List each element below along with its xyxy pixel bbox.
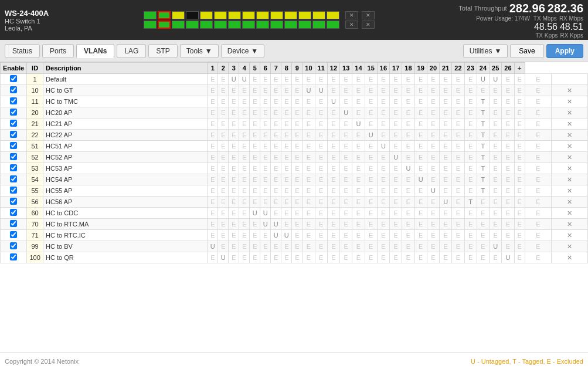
port-5-cell[interactable]: E xyxy=(250,252,260,263)
port-12-cell[interactable]: E xyxy=(327,141,339,152)
port-14-cell[interactable]: E xyxy=(352,85,365,96)
port-28-cell[interactable]: E xyxy=(525,174,552,185)
apply-button[interactable]: Apply xyxy=(546,44,583,58)
enable-cell[interactable] xyxy=(1,107,27,119)
enable-cell[interactable] xyxy=(1,141,27,152)
port-26-cell[interactable]: E xyxy=(502,107,514,119)
port-9-cell[interactable]: E xyxy=(292,241,303,252)
port-10-cell[interactable]: E xyxy=(303,152,315,163)
port-17-cell[interactable]: E xyxy=(390,85,402,96)
port-5-cell[interactable]: E xyxy=(250,141,260,152)
delete-vlan-button[interactable]: ✕ xyxy=(566,143,573,150)
port-14-cell[interactable]: E xyxy=(352,197,365,208)
port-16-cell[interactable]: E xyxy=(377,174,389,185)
port-16-cell[interactable]: E xyxy=(377,252,389,263)
port-20-cell[interactable]: E xyxy=(427,130,439,141)
port-2-cell[interactable]: E xyxy=(218,230,229,241)
port-6-cell[interactable]: E xyxy=(260,163,271,174)
port-28-cell[interactable]: E xyxy=(525,152,552,163)
port-28-cell[interactable]: E xyxy=(525,74,552,85)
port-18-cell[interactable]: E xyxy=(402,241,414,252)
port-6-cell[interactable]: E xyxy=(260,74,271,85)
port-24-cell[interactable]: T xyxy=(477,119,489,130)
port-27-cell[interactable]: E xyxy=(514,119,525,130)
delete-vlan-button[interactable]: ✕ xyxy=(566,98,573,106)
port-3-cell[interactable]: E xyxy=(229,174,239,185)
enable-checkbox[interactable] xyxy=(10,131,17,138)
port-8-cell[interactable]: E xyxy=(281,130,292,141)
port-21-cell[interactable]: E xyxy=(440,230,452,241)
delete-cell[interactable]: ✕ xyxy=(552,141,588,152)
delete-vlan-button[interactable]: ✕ xyxy=(566,120,573,128)
port-15-cell[interactable]: E xyxy=(365,74,377,85)
port-7-bot[interactable] xyxy=(228,21,241,29)
port-5-cell[interactable]: E xyxy=(250,230,260,241)
port-1-cell[interactable]: E xyxy=(208,96,218,107)
port-19-cell[interactable]: E xyxy=(414,130,427,141)
port-17-cell[interactable]: E xyxy=(390,141,402,152)
port-10-cell[interactable]: E xyxy=(303,208,315,219)
port-12-cell[interactable]: E xyxy=(327,85,339,96)
port-26-cell[interactable]: E xyxy=(502,219,514,230)
port-12-cell[interactable]: E xyxy=(327,152,339,163)
port-1-top[interactable] xyxy=(144,11,157,19)
port-3-cell[interactable]: E xyxy=(229,197,239,208)
port-10-cell[interactable]: E xyxy=(303,219,315,230)
tab-ports[interactable]: Ports xyxy=(42,44,74,58)
port-6-cell[interactable]: E xyxy=(260,152,271,163)
enable-checkbox[interactable] xyxy=(10,253,17,260)
port-22-cell[interactable]: E xyxy=(452,185,464,197)
delete-vlan-button[interactable]: ✕ xyxy=(566,131,573,139)
port-20-cell[interactable]: E xyxy=(427,197,439,208)
port-26-cell[interactable]: E xyxy=(502,141,514,152)
port-11-cell[interactable]: E xyxy=(315,219,327,230)
tab-device[interactable]: Device ▼ xyxy=(221,44,265,58)
sfp-3[interactable]: ✕ xyxy=(362,11,375,19)
port-4-cell[interactable]: E xyxy=(239,174,250,185)
port-11-cell[interactable]: E xyxy=(315,197,327,208)
enable-checkbox[interactable] xyxy=(10,109,17,116)
port-7-cell[interactable]: E xyxy=(271,85,281,96)
port-20-cell[interactable]: E xyxy=(427,152,439,163)
port-5-cell[interactable]: E xyxy=(250,152,260,163)
port-27-cell[interactable]: E xyxy=(514,107,525,119)
port-26-cell[interactable]: E xyxy=(502,174,514,185)
enable-cell[interactable] xyxy=(1,230,27,241)
port-25-cell[interactable]: E xyxy=(490,230,502,241)
port-25-cell[interactable]: U xyxy=(490,74,502,85)
port-13-top[interactable] xyxy=(312,11,325,19)
port-10-bot[interactable] xyxy=(270,21,283,29)
port-15-cell[interactable]: E xyxy=(365,174,377,185)
port-4-cell[interactable]: E xyxy=(239,208,250,219)
port-20-cell[interactable]: E xyxy=(427,174,439,185)
port-13-cell[interactable]: E xyxy=(340,96,352,107)
port-20-cell[interactable]: E xyxy=(427,230,439,241)
port-21-cell[interactable]: E xyxy=(440,208,452,219)
port-23-cell[interactable]: E xyxy=(464,74,477,85)
port-21-cell[interactable]: E xyxy=(440,130,452,141)
port-25-cell[interactable]: E xyxy=(490,85,502,96)
port-18-cell[interactable]: E xyxy=(402,119,414,130)
port-4-cell[interactable]: E xyxy=(239,130,250,141)
port-9-cell[interactable]: E xyxy=(292,208,303,219)
delete-cell[interactable]: ✕ xyxy=(552,197,588,208)
port-2-cell[interactable]: E xyxy=(218,241,229,252)
port-3-cell[interactable]: E xyxy=(229,163,239,174)
port-7-cell[interactable]: E xyxy=(271,241,281,252)
port-21-cell[interactable]: E xyxy=(440,74,452,85)
port-5-cell[interactable]: E xyxy=(250,185,260,197)
port-19-cell[interactable]: E xyxy=(414,107,427,119)
port-14-cell[interactable]: E xyxy=(352,141,365,152)
delete-cell[interactable]: ✕ xyxy=(552,163,588,174)
port-1-cell[interactable]: E xyxy=(208,130,218,141)
port-8-cell[interactable]: E xyxy=(281,197,292,208)
port-20-cell[interactable]: E xyxy=(427,85,439,96)
port-14-cell[interactable]: E xyxy=(352,219,365,230)
port-15-cell[interactable]: E xyxy=(365,252,377,263)
port-20-cell[interactable]: E xyxy=(427,241,439,252)
port-16-cell[interactable]: E xyxy=(377,230,389,241)
port-13-cell[interactable]: E xyxy=(340,163,352,174)
port-3-cell[interactable]: E xyxy=(229,152,239,163)
port-14-bot[interactable] xyxy=(327,21,339,29)
delete-vlan-button[interactable]: ✕ xyxy=(566,165,573,172)
